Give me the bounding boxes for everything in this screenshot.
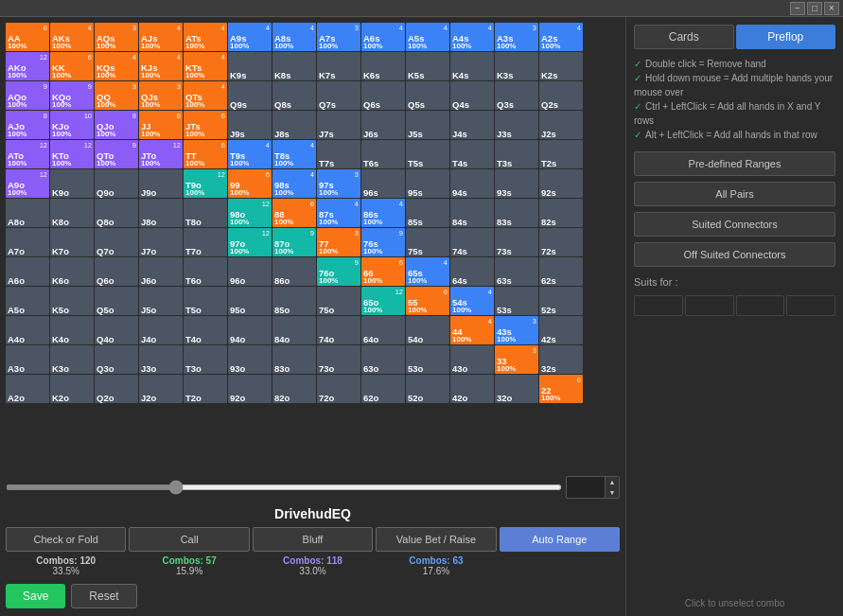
hand-cell-96o[interactable]: 96o (228, 257, 272, 286)
hand-cell-KTo[interactable]: 12KTo100% (50, 140, 94, 168)
hand-cell-A6o[interactable]: A6o (6, 257, 49, 286)
hand-cell-ATo[interactable]: 12ATo100% (6, 140, 49, 168)
hand-cell-62s[interactable]: 62s (539, 257, 583, 286)
hand-cell-75o[interactable]: 75o (317, 287, 360, 315)
offsuited-connectors-button[interactable]: Off Suited Connectors (634, 242, 835, 267)
hand-cell-K6o[interactable]: K6o (50, 257, 94, 286)
hand-cell-T7o[interactable]: T7o (184, 228, 227, 256)
hand-cell-K5o[interactable]: K5o (50, 287, 94, 315)
hand-cell-43s[interactable]: 343s100% (495, 316, 538, 344)
hand-cell-66[interactable]: 666100% (361, 257, 405, 286)
hand-cell-Q6o[interactable]: Q6o (95, 257, 138, 286)
hand-cell-QTo[interactable]: 9QTo100% (95, 140, 138, 168)
hand-cell-77[interactable]: 377100% (317, 228, 360, 256)
hand-cell-74o[interactable]: 74o (317, 316, 360, 344)
hand-cell-J3s[interactable]: J3s (495, 111, 538, 139)
hand-cell-94s[interactable]: 94s (450, 169, 494, 198)
hand-cell-63o[interactable]: 63o (361, 345, 405, 374)
hand-cell-T5s[interactable]: T5s (406, 140, 449, 168)
hand-cell-95o[interactable]: 95o (228, 287, 272, 315)
hand-cell-99[interactable]: 699100% (228, 169, 272, 198)
hand-cell-73s[interactable]: 73s (495, 228, 538, 256)
hand-cell-J9s[interactable]: J9s (228, 111, 272, 139)
suit-cell-2[interactable] (685, 295, 734, 316)
hand-cell-J7o[interactable]: J7o (139, 228, 183, 256)
hand-cell-92o[interactable]: 92o (228, 375, 272, 403)
hand-cell-QJo[interactable]: 8QJo100% (95, 111, 138, 139)
close-button[interactable]: × (824, 2, 839, 15)
hand-cell-86s[interactable]: 486s100% (361, 199, 405, 227)
slider-input[interactable]: 30.0 (567, 481, 605, 494)
hand-cell-98o[interactable]: 1298o100% (228, 199, 272, 227)
auto-range-button[interactable]: Auto Range (500, 527, 620, 552)
hand-cell-Q6s[interactable]: Q6s (361, 81, 405, 110)
hand-cell-Q4o[interactable]: Q4o (95, 316, 138, 344)
hand-cell-T5o[interactable]: T5o (184, 287, 227, 315)
hand-cell-K6s[interactable]: K6s (361, 52, 405, 80)
reset-button[interactable]: Reset (71, 584, 136, 608)
hand-cell-95s[interactable]: 95s (406, 169, 449, 198)
hand-cell-87o[interactable]: 987o100% (272, 228, 316, 256)
hand-cell-A9o[interactable]: 12A9o100% (6, 169, 49, 198)
hand-cell-Q3o[interactable]: Q3o (95, 345, 138, 374)
hand-cell-AKo[interactable]: 12AKo100% (6, 52, 49, 80)
hand-cell-52o[interactable]: 52o (406, 375, 449, 403)
hand-cell-AJo[interactable]: 8AJo100% (6, 111, 49, 139)
hand-cell-64s[interactable]: 64s (450, 257, 494, 286)
bluff-button[interactable]: Bluff (253, 527, 373, 552)
hand-cell-22[interactable]: 622100% (539, 375, 583, 403)
hand-cell-K4s[interactable]: K4s (450, 52, 494, 80)
hand-cell-QQ[interactable]: 3QQ100% (95, 81, 138, 110)
hand-cell-QJs[interactable]: 3QJs100% (139, 81, 183, 110)
suited-connectors-button[interactable]: Suited Connectors (634, 212, 835, 237)
hand-cell-A9s[interactable]: 4A9s100% (228, 23, 272, 51)
hand-cell-85o[interactable]: 85o (272, 287, 316, 315)
hand-cell-J7s[interactable]: J7s (317, 111, 360, 139)
hand-cell-54s[interactable]: 454s100% (450, 287, 494, 315)
fold-button[interactable]: Check or Fold (6, 527, 126, 552)
hand-cell-AJs[interactable]: 4AJs100% (139, 23, 183, 51)
save-button[interactable]: Save (6, 584, 65, 608)
hand-cell-73o[interactable]: 73o (317, 345, 360, 374)
hand-cell-93s[interactable]: 93s (495, 169, 538, 198)
slider-down-button[interactable]: ▼ (606, 487, 619, 498)
hand-cell-K7s[interactable]: K7s (317, 52, 360, 80)
hand-cell-J8s[interactable]: J8s (272, 111, 316, 139)
hand-cell-K3s[interactable]: K3s (495, 52, 538, 80)
hand-cell-KJo[interactable]: 10KJo100% (50, 111, 94, 139)
hand-cell-T9s[interactable]: 4T9s100% (228, 140, 272, 168)
hand-cell-98s[interactable]: 498s100% (272, 169, 316, 198)
hand-cell-J4s[interactable]: J4s (450, 111, 494, 139)
hand-cell-K7o[interactable]: K7o (50, 228, 94, 256)
hand-cell-97s[interactable]: 397s100% (317, 169, 360, 198)
hand-cell-44[interactable]: 444100% (450, 316, 494, 344)
hand-cell-KK[interactable]: 6KK100% (50, 52, 94, 80)
hand-cell-T3o[interactable]: T3o (184, 345, 227, 374)
hand-cell-A7o[interactable]: A7o (6, 228, 49, 256)
hand-cell-33[interactable]: 333100% (495, 345, 538, 374)
hand-cell-T9o[interactable]: 12T9o100% (184, 169, 227, 198)
hand-cell-72o[interactable]: 72o (317, 375, 360, 403)
hand-cell-96s[interactable]: 96s (361, 169, 405, 198)
hand-cell-Q2s[interactable]: Q2s (539, 81, 583, 110)
hand-cell-93o[interactable]: 93o (228, 345, 272, 374)
hand-cell-J5s[interactable]: J5s (406, 111, 449, 139)
suit-cell-3[interactable] (736, 295, 785, 316)
hand-cell-T8o[interactable]: T8o (184, 199, 227, 227)
hand-cell-88[interactable]: 688100% (272, 199, 316, 227)
hand-cell-Q5s[interactable]: Q5s (406, 81, 449, 110)
hand-cell-T8s[interactable]: 4T8s100% (272, 140, 316, 168)
hand-cell-AA[interactable]: 6AA100% (6, 23, 49, 51)
hand-cell-Q4s[interactable]: Q4s (450, 81, 494, 110)
hand-cell-K5s[interactable]: K5s (406, 52, 449, 80)
hand-cell-72s[interactable]: 72s (539, 228, 583, 256)
hand-cell-64o[interactable]: 64o (361, 316, 405, 344)
hand-cell-J6s[interactable]: J6s (361, 111, 405, 139)
hand-cell-53s[interactable]: 53s (495, 287, 538, 315)
hand-cell-Q5o[interactable]: Q5o (95, 287, 138, 315)
hand-cell-A6s[interactable]: 4A6s100% (361, 23, 405, 51)
hand-cell-97o[interactable]: 1297o100% (228, 228, 272, 256)
maximize-button[interactable]: □ (807, 2, 822, 15)
hand-cell-J5o[interactable]: J5o (139, 287, 183, 315)
hand-cell-83s[interactable]: 83s (495, 199, 538, 227)
